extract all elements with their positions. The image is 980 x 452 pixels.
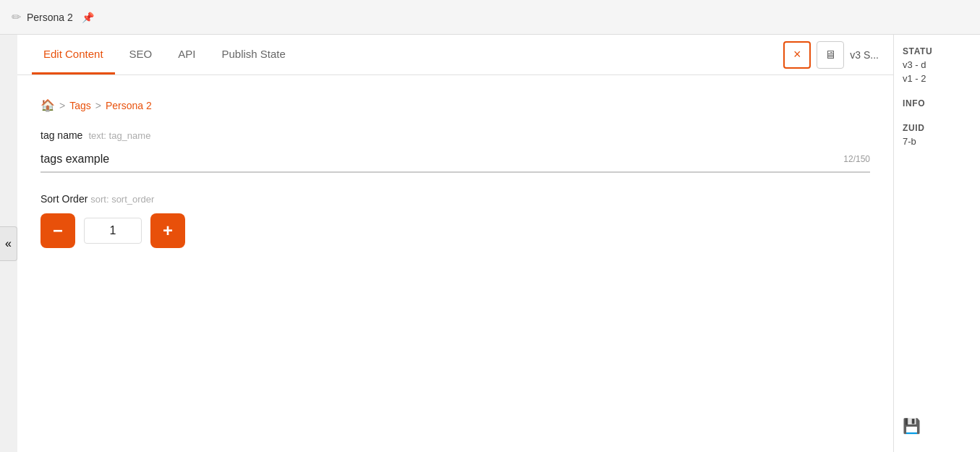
tabs-right: × 🖥 v3 S...: [783, 41, 879, 69]
right-panel: STATU v3 - d v1 - 2 INFO ZUID 7-b 💾: [893, 35, 980, 452]
tab-publish-state[interactable]: Publish State: [210, 35, 297, 74]
edit-icon: ✏: [12, 10, 21, 24]
info-section: INFO: [903, 98, 971, 108]
info-label: INFO: [903, 98, 971, 108]
tag-name-field-group: tag name text: tag_name 12/150: [41, 129, 870, 173]
breadcrumb-sep-1: >: [59, 100, 65, 111]
zuid-section: ZUID 7-b: [903, 123, 971, 147]
close-button[interactable]: ×: [783, 41, 811, 69]
increment-button[interactable]: +: [150, 213, 185, 248]
content-area: Edit Content SEO API Publish State × 🖥: [17, 35, 893, 452]
status-section: STATU v3 - d v1 - 2: [903, 46, 971, 84]
main-layout: « Edit Content SEO API Publish State: [0, 35, 980, 452]
tag-name-input[interactable]: [41, 147, 835, 171]
breadcrumb-sep-2: >: [95, 100, 101, 111]
pin-icon[interactable]: 📌: [82, 12, 94, 23]
decrement-button[interactable]: −: [41, 213, 75, 248]
tabs-left: Edit Content SEO API Publish State: [32, 35, 300, 74]
version-label: v3 S...: [850, 49, 879, 61]
breadcrumb: 🏠 > Tags > Persona 2: [41, 98, 870, 112]
db-icon-wrapper: 💾: [903, 417, 971, 440]
zuid-value: 7-b: [903, 136, 971, 147]
sort-order-label: Sort Order sort: sort_order: [41, 193, 870, 205]
tag-name-char-count: 12/150: [843, 154, 870, 164]
breadcrumb-tags-link[interactable]: Tags: [69, 100, 91, 111]
zuid-label: ZUID: [903, 123, 971, 133]
collapse-icon: «: [5, 237, 12, 250]
breadcrumb-home-icon[interactable]: 🏠: [41, 98, 55, 112]
sort-order-control: − 1 +: [41, 213, 870, 248]
tag-name-label: tag name text: tag_name: [41, 129, 870, 141]
top-bar: ✏ Persona 2 📌: [0, 0, 980, 35]
tab-edit-content[interactable]: Edit Content: [32, 35, 115, 74]
monitor-button[interactable]: 🖥: [817, 41, 844, 69]
v3-value: v3 - d: [903, 59, 971, 70]
tab-seo[interactable]: SEO: [118, 35, 164, 74]
sort-order-field-group: Sort Order sort: sort_order − 1 +: [41, 193, 870, 248]
collapse-button[interactable]: «: [0, 226, 17, 261]
status-label: STATU: [903, 46, 971, 56]
sort-order-value: 1: [84, 218, 142, 244]
tab-api[interactable]: API: [166, 35, 207, 74]
sort-order-type-hint: sort: sort_order: [90, 194, 154, 205]
database-icon: 💾: [903, 418, 921, 434]
form-area: 🏠 > Tags > Persona 2 tag name text: tag_…: [17, 75, 893, 291]
breadcrumb-current: Persona 2: [106, 100, 152, 111]
top-bar-title: Persona 2: [27, 12, 73, 23]
tag-name-input-wrapper: 12/150: [41, 147, 870, 173]
tabs-bar: Edit Content SEO API Publish State × 🖥: [17, 35, 893, 75]
v1-value: v1 - 2: [903, 73, 971, 84]
monitor-icon: 🖥: [825, 48, 836, 61]
tag-name-type-hint: text: tag_name: [88, 130, 150, 141]
